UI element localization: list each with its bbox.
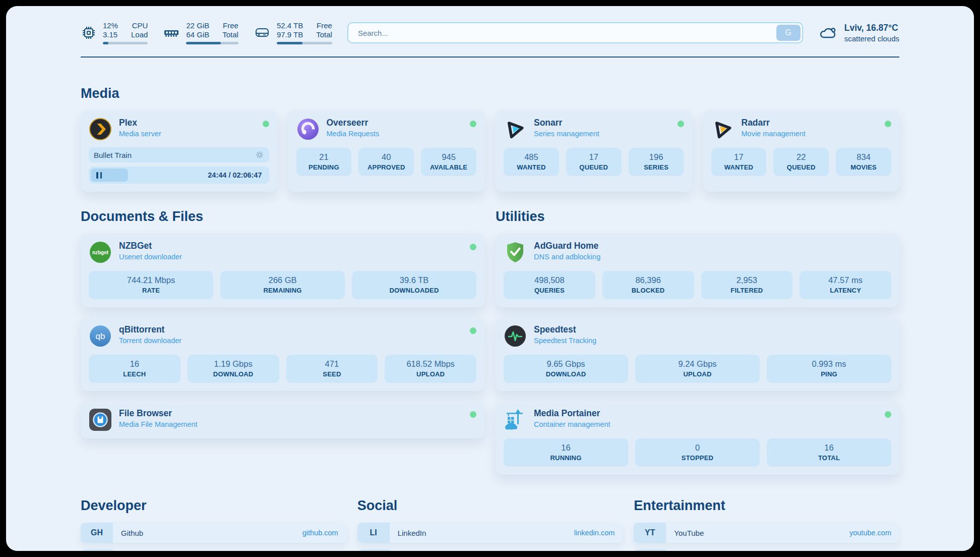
- bookmark-abbr: GH: [81, 523, 113, 543]
- service-title: Plex: [119, 118, 256, 128]
- bookmark-youtube[interactable]: YT YouTube youtube.com: [634, 523, 899, 543]
- memory-total-value: 64 GiB: [186, 30, 209, 39]
- cloud-icon: [818, 25, 838, 41]
- cpu-widget: 12% 3.15 CPU Load: [81, 21, 148, 44]
- stat-box: 40APPROVED: [358, 148, 414, 176]
- service-title: NZBGet: [119, 241, 463, 251]
- overseerr-icon: [296, 118, 320, 141]
- service-card-plex[interactable]: Plex Media server Bullet Train 24:44 / 0…: [81, 110, 277, 192]
- service-subtitle: Container management: [534, 420, 878, 428]
- bookmark-abbr: TW: [357, 549, 390, 551]
- dashboard-page: 12% 3.15 CPU Load: [6, 6, 974, 551]
- service-title: Speedtest: [534, 324, 891, 335]
- bookmark-name: YouTube: [674, 529, 704, 537]
- bookmark-abbr: LI: [357, 523, 390, 543]
- weather-widget[interactable]: Lviv, 16.87°C scattered clouds: [818, 23, 899, 43]
- disk-progress-bar: [277, 42, 332, 44]
- stat-box: 0STOPPED: [635, 438, 760, 467]
- stat-box: 86,396BLOCKED: [602, 271, 694, 299]
- service-subtitle: DNS and adblocking: [534, 253, 891, 261]
- stat-box: 39.6 TBDOWNLOADED: [352, 271, 476, 299]
- stat-box: 47.57 msLATENCY: [800, 271, 891, 299]
- bookmark-github[interactable]: GH Github github.com: [81, 523, 346, 543]
- stat-box: 945AVAILABLE: [421, 148, 476, 176]
- service-card-adguard[interactable]: AdGuard Home DNS and adblocking 498,508Q…: [496, 234, 899, 307]
- gear-icon[interactable]: [255, 150, 264, 159]
- bookmarks-entertainment: Entertainment YT YouTube youtube.com NF …: [634, 498, 899, 551]
- memory-free-label: Free: [222, 21, 238, 30]
- playback-time: 24:44 / 02:06:47: [208, 171, 267, 179]
- bookmark-url[interactable]: github.com: [302, 529, 338, 537]
- disk-total-label: Total: [316, 30, 332, 39]
- disk-widget: 52.4 TB 97.9 TB Free Total: [254, 21, 332, 44]
- service-card-overseerr[interactable]: Overseerr Media Requests 21PENDING 40APP…: [288, 110, 485, 192]
- weather-condition: scattered clouds: [844, 34, 899, 43]
- service-card-speedtest[interactable]: Speedtest Speedtest Tracking 9.65 GbpsDO…: [496, 317, 899, 391]
- search-provider-button[interactable]: G: [776, 25, 801, 41]
- bookmark-abbr: YT: [634, 523, 666, 543]
- stat-box: 9.24 GbpsUPLOAD: [635, 355, 760, 383]
- bookmark-url[interactable]: youtube.com: [849, 529, 891, 537]
- entertainment-section-title: Entertainment: [634, 498, 899, 514]
- search-bar: G: [347, 22, 803, 43]
- cpu-usage-value: 12%: [103, 21, 118, 30]
- top-bar: 12% 3.15 CPU Load: [81, 21, 899, 44]
- service-title: Overseerr: [327, 118, 463, 128]
- service-subtitle: Torrent downloader: [119, 337, 463, 345]
- stat-box: 2,953FILTERED: [701, 271, 793, 299]
- radarr-icon: [711, 118, 734, 141]
- stat-box: 16RUNNING: [504, 438, 628, 467]
- memory-progress-bar: [186, 42, 238, 44]
- status-dot: [470, 244, 476, 250]
- media-section-title: Media: [81, 86, 899, 101]
- service-title: File Browser: [119, 408, 463, 419]
- status-dot: [470, 327, 476, 334]
- bookmark-abbr: NF: [634, 549, 666, 551]
- service-card-nzbget[interactable]: nzbget NZBGet Usenet downloader 744.21 M…: [81, 234, 484, 307]
- bookmark-abbr: SO: [81, 549, 113, 551]
- stat-box: 22QUEUED: [773, 148, 829, 176]
- service-subtitle: Series management: [534, 130, 670, 138]
- service-subtitle: Usenet downloader: [119, 253, 463, 261]
- service-subtitle: Media File Management: [119, 420, 463, 428]
- memory-widget: 22 GiB 64 GiB Free Total: [163, 21, 238, 44]
- filebrowser-icon: [89, 408, 112, 431]
- utilities-column: Utilities AdGuard Home D: [496, 209, 899, 475]
- cpu-progress-bar: [103, 42, 148, 44]
- service-card-sonarr[interactable]: Sonarr Series management 485WANTED 17QUE…: [496, 110, 692, 192]
- bookmark-twitter[interactable]: TW Twitter twitter.com: [357, 549, 623, 551]
- status-dot: [678, 121, 684, 127]
- adguard-icon: [504, 241, 527, 264]
- stat-box: 17WANTED: [711, 148, 767, 176]
- search-input[interactable]: [350, 29, 776, 37]
- bookmark-linkedin[interactable]: LI LinkedIn linkedin.com: [357, 523, 623, 543]
- bookmark-netflix[interactable]: NF Netflix netflix.com: [634, 549, 899, 551]
- portainer-icon: [504, 408, 527, 431]
- bookmarks-developer: Developer GH Github github.com SO StackO…: [81, 498, 346, 551]
- disk-free-label: Free: [316, 21, 332, 30]
- service-card-filebrowser[interactable]: File Browser Media File Management: [81, 401, 484, 438]
- service-card-portainer[interactable]: Media Portainer Container management 16R…: [496, 401, 899, 475]
- cpu-label: CPU: [131, 21, 148, 30]
- media-section: Media Plex Media server: [81, 86, 899, 192]
- bookmark-url[interactable]: linkedin.com: [574, 529, 615, 537]
- status-dot: [263, 121, 269, 127]
- stat-box: 21PENDING: [296, 148, 352, 176]
- service-subtitle: Movie management: [742, 130, 878, 138]
- service-card-radarr[interactable]: Radarr Movie management 17WANTED 22QUEUE…: [703, 110, 900, 192]
- speedtest-icon: [504, 324, 527, 348]
- qbittorrent-icon: qb: [89, 324, 112, 348]
- service-title: Radarr: [742, 118, 878, 128]
- documents-section-title: Documents & Files: [81, 209, 484, 225]
- service-title: AdGuard Home: [534, 241, 891, 251]
- status-dot: [470, 121, 476, 127]
- social-section-title: Social: [357, 498, 623, 514]
- disk-icon: [254, 25, 271, 41]
- topbar-divider: [81, 57, 899, 58]
- load-label: Load: [131, 30, 148, 39]
- service-card-qbittorrent[interactable]: qb qBittorrent Torrent downloader 16LEEC…: [81, 317, 484, 391]
- plex-icon: [89, 118, 112, 141]
- bookmark-stackoverflow[interactable]: SO StackOverflow stackoverflow.com: [81, 549, 346, 551]
- service-subtitle: Speedtest Tracking: [534, 337, 891, 345]
- stat-box: 618.52 MbpsUPLOAD: [385, 355, 476, 383]
